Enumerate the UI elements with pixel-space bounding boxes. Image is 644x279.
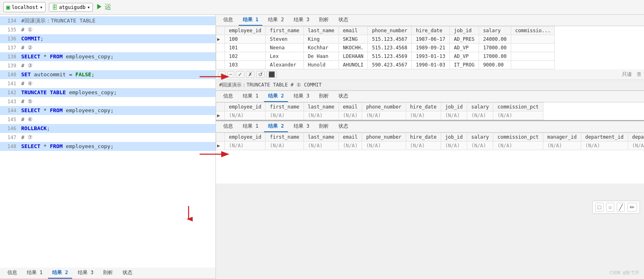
col2-header-hire-date[interactable]: hire_date — [406, 103, 441, 111]
draw-circle-button[interactable]: ○ — [606, 203, 614, 212]
bot-col-last-name[interactable]: last_name — [303, 133, 338, 142]
tab-result1-code[interactable]: 结果 1 — [23, 268, 46, 279]
bot-col-email[interactable]: email — [338, 133, 362, 142]
col2-header-last-name[interactable]: last_name — [303, 103, 338, 111]
bottom-table: employee_id first_name last_name email p… — [216, 133, 644, 150]
cell-email: LDEHAAN — [338, 52, 368, 61]
draw-pen-button[interactable]: ✏ — [627, 203, 637, 212]
tab-profiler-code[interactable]: 剖析 — [99, 268, 117, 279]
bot-col-commission[interactable]: commission_pct — [493, 133, 543, 142]
tab-r2-result1[interactable]: 结果 1 — [239, 91, 262, 102]
col2-header-commission[interactable]: commission_pct — [493, 103, 543, 111]
col-header-first-name[interactable]: first_name — [266, 27, 303, 35]
col-header-last-name[interactable]: last_name — [303, 27, 338, 35]
bot-cell-na-9: (N/A) — [493, 142, 543, 150]
readonly-extra: 查 — [637, 71, 642, 78]
tab-r2-result3[interactable]: 结果 3 — [290, 91, 313, 102]
result-panel-2: 信息 结果 1 结果 2 结果 3 剖析 状态 employee_id firs… — [216, 91, 644, 120]
col2-header-first-name[interactable]: first_name — [266, 103, 303, 111]
result2-tab-bar: 信息 结果 1 结果 2 结果 3 剖析 状态 — [216, 91, 644, 102]
bot-cell-na-12: (N/A) — [628, 142, 644, 150]
tab-r2-status[interactable]: 状态 — [334, 91, 352, 102]
tab-r1-result1[interactable]: 结果 1 — [239, 15, 262, 26]
code-line-140: 140 SET autocommit = FALSE; — [0, 70, 215, 79]
col-header-salary[interactable]: salary — [479, 27, 511, 35]
bot-col-dept-name[interactable]: department_nam — [628, 133, 644, 142]
col2-header-employee-id[interactable]: employee_id — [225, 103, 266, 111]
table-row[interactable]: ▶ 100 Steven King SKING 515.123.4567 198… — [216, 35, 555, 44]
tab-bot-result3[interactable]: 结果 3 — [290, 121, 313, 132]
table-row[interactable]: ▶ (N/A) (N/A) (N/A) (N/A) (N/A) (N/A) (N… — [216, 111, 543, 120]
arrow-svg-1 — [200, 73, 232, 81]
col-header-email[interactable]: email — [338, 27, 368, 35]
db-selector[interactable]: 🗄 atguigudb ▾ — [49, 3, 93, 12]
cell-na-commission: (N/A) — [493, 111, 543, 120]
tab-bot-profiler[interactable]: 剖析 — [315, 121, 333, 132]
table-row[interactable]: 103 Alexander Hunold AHUNOLI 590.423.456… — [216, 61, 555, 69]
arrow-right-1 — [200, 73, 232, 82]
confirm-button[interactable]: ✓ — [236, 71, 244, 78]
col-header-phone-number[interactable]: phone_number — [368, 27, 412, 35]
tab-r1-info[interactable]: 信息 — [219, 15, 237, 26]
draw-line-button[interactable]: ╱ — [617, 203, 625, 212]
col2-header-phone-number[interactable]: phone_number — [362, 103, 406, 111]
tab-info-code[interactable]: 信息 — [3, 268, 21, 279]
tab-r1-profiler[interactable]: 剖析 — [315, 15, 333, 26]
tab-bot-status[interactable]: 状态 — [334, 121, 352, 132]
code-line-144: 144 SELECT * FROM employees_copy; — [0, 106, 215, 115]
draw-rect-button[interactable]: □ — [595, 203, 603, 212]
watermark: CSDN @陈弋宇 — [609, 270, 639, 276]
cell-first-name: Lex — [266, 52, 303, 61]
col-header-commission[interactable]: commissio... — [511, 27, 555, 35]
bot-col-employee-id[interactable]: employee_id — [225, 133, 266, 142]
result2-table-container[interactable]: employee_id first_name last_name email p… — [216, 102, 644, 120]
cell-last-name: De Haan — [303, 52, 338, 61]
tab-result2-code[interactable]: 结果 2 — [48, 268, 72, 279]
bot-col-salary[interactable]: salary — [467, 133, 493, 142]
bot-col-phone-number[interactable]: phone_number — [362, 133, 406, 142]
export-button[interactable]: ⬛ — [266, 71, 277, 78]
code-bottom-tabs: 信息 结果 1 结果 2 结果 3 剖析 状态 — [0, 268, 215, 279]
run-button[interactable]: ▶ 运 — [96, 3, 111, 11]
table-row[interactable]: ▶ (N/A) (N/A) (N/A) (N/A) (N/A) (N/A) (N… — [216, 142, 644, 150]
tab-r1-result3[interactable]: 结果 3 — [290, 15, 313, 26]
cancel-button[interactable]: ✗ — [246, 71, 255, 78]
tab-bot-result1[interactable]: 结果 1 — [239, 121, 262, 132]
right-panel: 信息 结果 1 结果 2 结果 3 剖析 状态 employee_id firs… — [216, 15, 644, 279]
bot-col-dept-id[interactable]: department_id — [581, 133, 628, 142]
cell-hire-date: 1987-06-17 — [412, 35, 450, 44]
tab-r2-result2[interactable]: 结果 2 — [264, 91, 288, 102]
cell-first-name: Alexander — [266, 61, 303, 69]
bot-col-hire-date[interactable]: hire_date — [406, 133, 441, 142]
col-header-hire-date[interactable]: hire_date — [412, 27, 450, 35]
result1-info-text: #回滚演示：TRUNCATE TABLE # ① COMMIT — [219, 82, 322, 89]
col2-header-email[interactable]: email — [338, 103, 362, 111]
tab-bot-result2[interactable]: 结果 2 — [264, 121, 288, 132]
tab-result3-code[interactable]: 结果 3 — [74, 268, 97, 279]
code-line-143: 143 # ⑤ — [0, 97, 215, 106]
refresh-button[interactable]: ↺ — [256, 71, 265, 78]
table-row[interactable]: 102 Lex De Haan LDEHAAN 515.123.4569 199… — [216, 52, 555, 61]
bot-col-manager-id[interactable]: manager_id — [543, 133, 581, 142]
tab-bot-info[interactable]: 信息 — [219, 121, 237, 132]
table-row[interactable]: 101 Neena Kochhar NKOCHH. 515.123.4568 1… — [216, 44, 555, 52]
bot-col-job-id[interactable]: job_id — [441, 133, 467, 142]
host-selector[interactable]: ▣ localhost ▾ — [3, 2, 46, 12]
bot-col-first-name[interactable]: first_name — [266, 133, 303, 142]
result1-table-container[interactable]: employee_id first_name last_name email p… — [216, 26, 644, 69]
tab-r2-info[interactable]: 信息 — [219, 91, 237, 102]
tab-r1-status[interactable]: 状态 — [334, 15, 352, 26]
code-line-141: 141 # ④ — [0, 79, 215, 88]
tab-r2-profiler[interactable]: 剖析 — [315, 91, 333, 102]
bot-cell-na-7: (N/A) — [441, 142, 467, 150]
code-content-140: SET autocommit = FALSE; — [21, 70, 95, 79]
bottom-table-container[interactable]: employee_id first_name last_name email p… — [216, 133, 644, 184]
col2-header-salary[interactable]: salary — [467, 103, 493, 111]
col2-header-job-id[interactable]: job_id — [441, 103, 467, 111]
cell-hire-date: 1989-09-21 — [412, 44, 450, 52]
tab-r1-result2[interactable]: 结果 2 — [264, 15, 288, 26]
col-header-employee-id[interactable]: employee_id — [225, 27, 266, 35]
col-header-job-id[interactable]: job_id — [450, 27, 479, 35]
tab-status-code[interactable]: 状态 — [119, 268, 136, 279]
code-editor[interactable]: 134 #回滚演示：TRUNCATE TABLE 135 # ① 136 COM… — [0, 15, 216, 279]
